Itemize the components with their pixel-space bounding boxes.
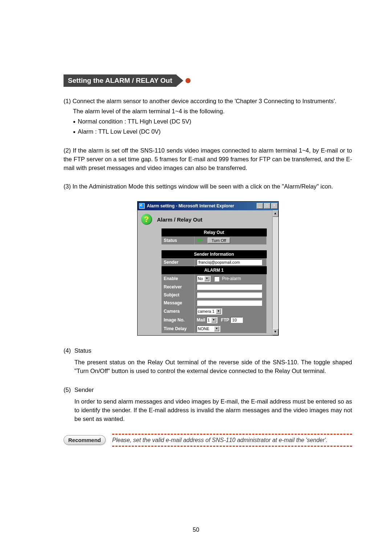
sender-input[interactable]: francisj@popsmail.com xyxy=(197,259,262,265)
paragraph-1: (1) Connect the alarm sensor to another … xyxy=(64,97,352,136)
window-title: Alarm setting - Microsoft Internet Explo… xyxy=(147,203,256,208)
scroll-down-button[interactable]: ▼ xyxy=(273,329,278,335)
receiver-input[interactable] xyxy=(197,284,262,290)
p5-num: (5) xyxy=(64,386,74,394)
time-delay-select[interactable]: NONE ▼ xyxy=(197,325,220,332)
enable-label: Enable xyxy=(162,274,195,283)
turn-off-button[interactable]: Turn Off xyxy=(208,238,230,243)
enable-select-value: No xyxy=(198,276,203,281)
scroll-up-button[interactable]: ▲ xyxy=(273,210,278,217)
receiver-label: Receiver xyxy=(162,283,195,291)
paragraph-2: (2) If the alarm is set off the SNS-110 … xyxy=(64,146,352,173)
p1-line2: The alarm level of the alarm terminal 1~… xyxy=(64,107,352,116)
camera-label: Camera xyxy=(162,307,195,316)
relay-out-header: Relay Out xyxy=(162,229,266,236)
mail-select[interactable]: 1 ▼ xyxy=(207,317,217,323)
status-label: Status xyxy=(162,236,195,245)
recommend-badge: Recommend xyxy=(64,435,106,445)
scrollbar[interactable]: ▲ ▼ xyxy=(272,210,278,335)
time-delay-value: NONE xyxy=(198,327,209,331)
chevron-down-icon: ▼ xyxy=(211,317,216,323)
subject-label: Subject xyxy=(162,291,195,299)
chevron-down-icon: ▼ xyxy=(204,276,209,281)
sender-label: Sender xyxy=(162,258,195,267)
panel-header: ? Alarm / Relay Out xyxy=(141,214,270,225)
scroll-track[interactable] xyxy=(273,217,278,329)
chevron-down-icon: ▼ xyxy=(216,309,221,314)
sender-info-header: Sender Information xyxy=(162,251,266,258)
maximize-button[interactable]: □ xyxy=(264,203,270,209)
time-delay-label: Time Delay xyxy=(162,324,195,333)
section-heading: Setting the ALARM / RELAY Out xyxy=(64,74,352,87)
paragraph-5: (5) Sender In order to send alarm messag… xyxy=(64,386,352,424)
alarm-setting-window: Alarm setting - Microsoft Internet Explo… xyxy=(137,201,279,336)
enable-select[interactable]: No ▼ xyxy=(197,275,211,282)
close-button[interactable]: × xyxy=(271,203,278,209)
ftp-label: FTP xyxy=(221,317,229,323)
p5-body: In order to send alarm messages and vide… xyxy=(74,397,352,424)
prealarm-label: Pre-alarm xyxy=(222,276,241,281)
section-title-text: Setting the ALARM / RELAY Out xyxy=(64,74,176,87)
p1-bullet2: Alarm : TTL Low Level (DC 0V) xyxy=(64,127,352,136)
p4-body: The present status on the Relay Out term… xyxy=(74,358,352,376)
ftp-input[interactable]: 10 xyxy=(230,317,243,323)
p1-line1: (1) Connect the alarm sensor to another … xyxy=(64,97,352,106)
p2-text: (2) If the alarm is set off the SNS-110 … xyxy=(64,146,352,173)
alarm1-header: ALARM 1 xyxy=(162,267,266,274)
help-icon[interactable]: ? xyxy=(141,214,152,225)
recommend-row: Recommend Please, set the valid e-mail a… xyxy=(64,434,352,447)
paragraph-4: (4) Status The present status on the Rel… xyxy=(64,347,352,376)
message-input[interactable] xyxy=(197,300,262,306)
subject-input[interactable] xyxy=(197,292,262,298)
chevron-down-icon: ▼ xyxy=(214,326,219,331)
camera-select[interactable]: camera 1 ▼ xyxy=(197,308,222,315)
minimize-button[interactable]: _ xyxy=(257,203,263,209)
status-value: On xyxy=(197,238,203,243)
mail-label: Mail xyxy=(197,317,205,323)
paragraph-3: (3) In the Administration Mode this sett… xyxy=(64,182,352,191)
mail-select-value: 1 xyxy=(208,318,210,322)
p3-text: (3) In the Administration Mode this sett… xyxy=(64,182,352,191)
p4-num: (4) xyxy=(64,347,74,355)
message-label: Message xyxy=(162,299,195,307)
p4-title: Status xyxy=(74,347,352,355)
heading-cap xyxy=(176,74,183,87)
titlebar[interactable]: Alarm setting - Microsoft Internet Explo… xyxy=(138,202,278,210)
p5-title: Sender xyxy=(74,386,352,394)
page-number: 50 xyxy=(0,527,392,533)
panel-title: Alarm / Relay Out xyxy=(157,216,203,223)
settings-table: Relay Out Status On Turn Off Sender Info… xyxy=(162,228,267,333)
camera-select-value: camera 1 xyxy=(198,309,215,313)
p1-bullet1: Normal condition : TTL High Level (DC 5V… xyxy=(64,117,352,126)
image-no-label: Image No. xyxy=(162,316,195,324)
ie-icon xyxy=(139,203,145,209)
prealarm-checkbox[interactable] xyxy=(214,276,219,281)
recommend-text: Please, set the valid e-mail address of … xyxy=(112,434,352,447)
heading-dot-icon xyxy=(185,78,191,83)
